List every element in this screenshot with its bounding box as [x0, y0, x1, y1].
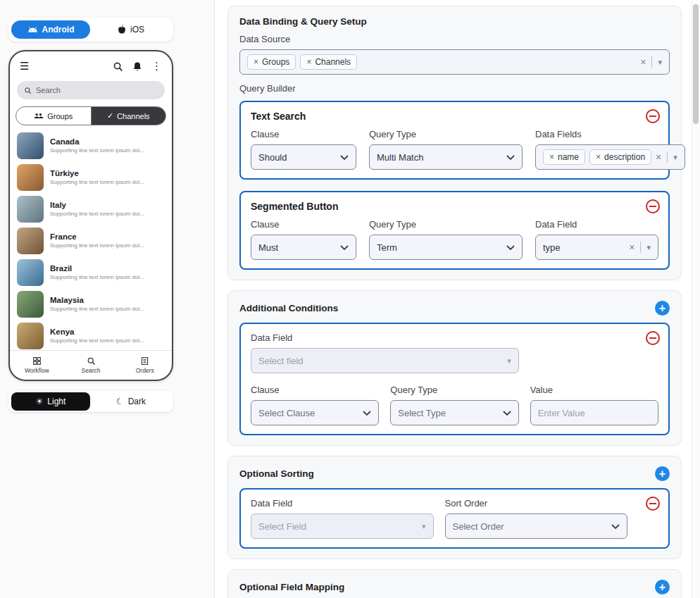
phone-appbar: ☰ ⋮	[10, 51, 172, 77]
tab-groups-label: Groups	[47, 112, 73, 120]
query-type-select-value: Term	[377, 242, 397, 253]
section-title: Data Binding & Query Setup	[239, 16, 367, 27]
ios-label: iOS	[130, 25, 144, 35]
data-fields-multiselect[interactable]: × name × description × ▾	[535, 144, 685, 170]
nav-item-search[interactable]: Search	[64, 351, 118, 380]
apple-icon	[118, 25, 126, 35]
query-builder-label: Query Builder	[239, 83, 670, 94]
clear-icon[interactable]: ×	[629, 242, 635, 252]
phone-search-input[interactable]: Search	[17, 81, 165, 99]
divider	[640, 242, 641, 253]
nav-item-workflow[interactable]: Workflow	[10, 351, 64, 380]
remove-condition-button[interactable]	[646, 331, 660, 345]
list-item[interactable]: Canada Supporting line text lorem ipsum …	[10, 130, 172, 161]
tab-channels[interactable]: ✓ Channels	[91, 107, 166, 125]
section-title: Additional Conditions	[239, 303, 338, 313]
scrollbar[interactable]	[692, 0, 700, 598]
list-item-subtitle: Supporting line text lorem ipsum dol...	[50, 179, 144, 185]
list-item-image	[17, 132, 44, 159]
scrollbar-thumb[interactable]	[693, 4, 699, 124]
query-type-select[interactable]: Term	[369, 235, 523, 260]
chip-description[interactable]: × description	[589, 149, 651, 165]
light-theme-button[interactable]: ☀ Light	[11, 392, 90, 411]
list-item[interactable]: Kenya Supporting line text lorem ipsum d…	[10, 320, 172, 350]
ios-toggle-button[interactable]: iOS	[92, 20, 170, 39]
clear-all-icon[interactable]: ×	[656, 152, 661, 162]
clause-select[interactable]: Should	[251, 144, 356, 170]
theme-toggle: ☀ Light ☾ Dark	[8, 391, 173, 412]
add-condition-button[interactable]: +	[655, 301, 670, 316]
android-toggle-button[interactable]: Android	[11, 20, 90, 39]
chip-remove-icon[interactable]: ×	[596, 153, 601, 161]
chevron-down-icon	[611, 524, 620, 529]
query-type-label: Query Type	[369, 219, 523, 230]
sort-order-select[interactable]: Select Order	[445, 513, 628, 539]
list-item-image	[17, 228, 44, 254]
nav-workflow-label: Workflow	[25, 367, 49, 374]
add-field-mapping-button[interactable]: +	[655, 580, 670, 594]
dropdown-arrow-icon[interactable]: ▾	[673, 153, 677, 162]
clause-select[interactable]: Must	[251, 235, 356, 260]
list-item-image	[17, 291, 44, 318]
data-field-value: type	[543, 242, 561, 253]
chip-name[interactable]: × name	[543, 149, 585, 165]
query-type-select[interactable]: Multi Match	[369, 144, 523, 170]
divider	[651, 56, 652, 68]
menu-icon[interactable]: ☰	[20, 60, 29, 73]
section-title: Optional Sorting	[239, 468, 314, 479]
phone-search-placeholder: Search	[36, 86, 61, 94]
query-type-select-value: Multi Match	[377, 152, 423, 163]
list-item[interactable]: Türkiye Supporting line text lorem ipsum…	[10, 161, 172, 193]
dropdown-arrow-icon[interactable]: ▾	[646, 243, 651, 252]
list-item[interactable]: Malaysia Supporting line text lorem ipsu…	[10, 288, 172, 320]
chip-remove-icon[interactable]: ×	[254, 58, 258, 66]
sort-data-field-select[interactable]: Select Field ▾	[251, 513, 434, 539]
phone-bottom-nav: Workflow Search Orders	[10, 350, 172, 380]
query-type-label: Query Type	[369, 129, 523, 139]
chip-remove-icon[interactable]: ×	[306, 58, 311, 66]
notifications-bell-icon[interactable]	[132, 61, 142, 72]
add-sort-button[interactable]: +	[655, 466, 670, 481]
nav-search-label: Search	[82, 367, 101, 374]
chevron-down-icon	[340, 155, 349, 160]
remove-segmented-button-button[interactable]	[646, 199, 660, 213]
clause-select[interactable]: Select Clause	[251, 400, 379, 425]
chip-groups[interactable]: × Groups	[247, 54, 296, 70]
sun-icon: ☀	[36, 397, 44, 406]
list-item[interactable]: Brazil Supporting line text lorem ipsum …	[10, 256, 172, 288]
list-item-subtitle: Supporting line text lorem ipsum dol...	[50, 306, 144, 312]
list-item[interactable]: Italy Supporting line text lorem ipsum d…	[10, 193, 172, 225]
data-source-multiselect[interactable]: × Groups × Channels × ▾	[239, 49, 670, 75]
clause-label: Clause	[251, 219, 356, 230]
list-item-subtitle: Supporting line text lorem ipsum dol...	[50, 147, 144, 154]
card-segmented-button: Segmented Button Clause Must Query Type …	[239, 191, 670, 270]
chip-remove-icon[interactable]: ×	[549, 153, 554, 161]
value-input[interactable]	[538, 408, 651, 418]
dark-theme-button[interactable]: ☾ Dark	[92, 392, 170, 411]
query-type-select[interactable]: Select Type	[390, 400, 518, 425]
data-field-select[interactable]: type × ▾	[535, 235, 658, 260]
sort-order-label: Sort Order	[445, 498, 628, 509]
tab-channels-label: Channels	[117, 112, 149, 120]
remove-sort-button[interactable]	[646, 497, 660, 511]
chevron-down-icon	[506, 245, 515, 250]
remove-text-search-button[interactable]	[646, 109, 660, 123]
query-type-placeholder: Select Type	[398, 408, 446, 418]
tab-groups[interactable]: Groups	[16, 107, 91, 125]
search-icon[interactable]	[113, 61, 123, 72]
list-item-title: Türkiye	[50, 169, 144, 177]
kebab-menu-icon[interactable]: ⋮	[151, 60, 162, 73]
chevron-down-icon	[340, 245, 349, 250]
nav-item-orders[interactable]: Orders	[118, 351, 172, 380]
chip-label: description	[604, 152, 645, 162]
list-item[interactable]: France Supporting line text lorem ipsum …	[10, 225, 172, 256]
list-item-image	[17, 164, 44, 191]
section-optional-sorting: Optional Sorting + Data Field Select Fie…	[227, 456, 682, 559]
chevron-down-icon	[503, 411, 511, 416]
data-field-select[interactable]: Select field ▾	[251, 348, 519, 373]
workflow-grid-icon	[32, 356, 42, 366]
chip-channels[interactable]: × Channels	[300, 54, 357, 70]
clear-all-icon[interactable]: ×	[640, 57, 646, 67]
dropdown-arrow-icon[interactable]: ▾	[658, 58, 662, 67]
clause-select-value: Should	[258, 152, 287, 163]
